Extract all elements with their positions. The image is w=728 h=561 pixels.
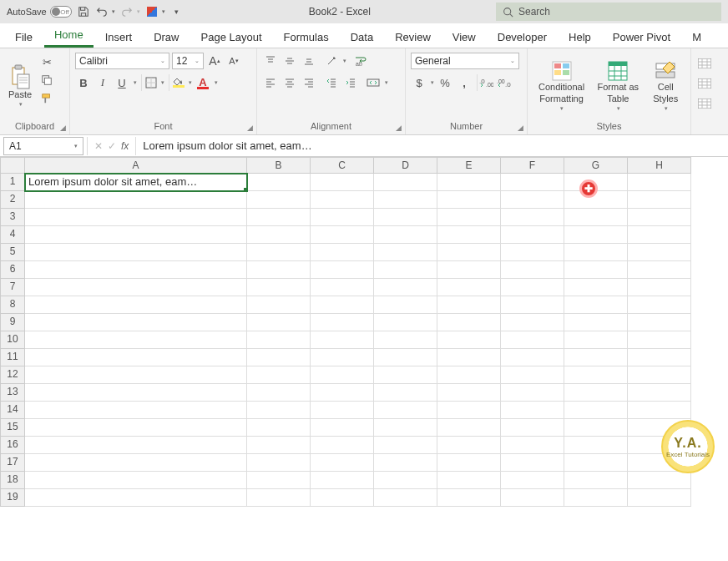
cell[interactable]: [247, 472, 311, 489]
cell[interactable]: [311, 191, 374, 209]
cell[interactable]: [374, 349, 437, 366]
cell[interactable]: [374, 472, 437, 489]
undo-icon[interactable]: [95, 5, 109, 18]
row-header[interactable]: 19: [0, 489, 25, 507]
cell[interactable]: [311, 454, 374, 472]
decrease-font-icon[interactable]: A▾: [225, 53, 242, 69]
cell[interactable]: [501, 279, 564, 296]
cell[interactable]: [628, 472, 691, 489]
cell[interactable]: [437, 349, 501, 366]
column-header[interactable]: C: [311, 157, 374, 174]
cell[interactable]: [437, 279, 501, 296]
cell[interactable]: [311, 226, 374, 244]
cell[interactable]: [564, 402, 628, 419]
font-color-button[interactable]: A: [195, 74, 211, 91]
delete-cells-icon[interactable]: [696, 75, 713, 92]
cell[interactable]: [437, 419, 501, 437]
cell[interactable]: [374, 366, 437, 384]
redo-icon[interactable]: [120, 5, 134, 18]
row-header[interactable]: 16: [0, 437, 25, 454]
cell[interactable]: [247, 261, 311, 279]
cell[interactable]: [564, 384, 628, 402]
cell[interactable]: [564, 419, 628, 437]
paste-button[interactable]: Paste ▾: [5, 52, 35, 121]
cell[interactable]: [628, 209, 691, 226]
cell[interactable]: [25, 279, 247, 296]
cell[interactable]: [437, 174, 501, 191]
cell[interactable]: [374, 279, 437, 296]
cell[interactable]: [628, 174, 691, 191]
cell[interactable]: [501, 331, 564, 349]
cell[interactable]: [311, 437, 374, 454]
row-header[interactable]: 9: [0, 314, 25, 331]
merge-center-icon[interactable]: [365, 74, 382, 91]
row-header[interactable]: 6: [0, 261, 25, 279]
row-header[interactable]: 12: [0, 366, 25, 384]
cell[interactable]: [311, 261, 374, 279]
cell[interactable]: [564, 366, 628, 384]
cell[interactable]: [437, 472, 501, 489]
cell[interactable]: [628, 402, 691, 419]
cell[interactable]: [247, 419, 311, 437]
cell[interactable]: [25, 454, 247, 472]
cell[interactable]: [564, 349, 628, 366]
cell[interactable]: [501, 244, 564, 261]
cell[interactable]: [374, 454, 437, 472]
tab-review[interactable]: Review: [385, 27, 441, 48]
cell[interactable]: [311, 209, 374, 226]
cell[interactable]: [25, 191, 247, 209]
cell[interactable]: [25, 437, 247, 454]
cell[interactable]: [25, 349, 247, 366]
cell[interactable]: [501, 454, 564, 472]
percent-format-icon[interactable]: %: [437, 74, 453, 91]
cell[interactable]: [437, 402, 501, 419]
copy-icon[interactable]: [38, 72, 55, 88]
format-as-table-button[interactable]: Format as Table▾: [594, 52, 642, 121]
cell[interactable]: [501, 349, 564, 366]
number-format-select[interactable]: General⌄: [411, 53, 519, 69]
cell[interactable]: [311, 472, 374, 489]
format-cells-icon[interactable]: [696, 95, 713, 112]
cut-icon[interactable]: ✂: [38, 53, 55, 70]
cell[interactable]: [501, 209, 564, 226]
font-launcher[interactable]: ◢: [245, 123, 255, 133]
align-center-icon[interactable]: [281, 74, 298, 91]
cell[interactable]: [247, 244, 311, 261]
name-box[interactable]: A1▾: [3, 137, 83, 155]
column-header[interactable]: F: [501, 157, 564, 174]
cell[interactable]: [25, 296, 247, 314]
cell[interactable]: [374, 209, 437, 226]
cell[interactable]: [501, 402, 564, 419]
orientation-icon[interactable]: [323, 53, 340, 69]
cell[interactable]: [247, 384, 311, 402]
row-header[interactable]: 17: [0, 454, 25, 472]
cell[interactable]: [501, 314, 564, 331]
cell[interactable]: [311, 296, 374, 314]
row-header[interactable]: 2: [0, 191, 25, 209]
color-swatch-icon[interactable]: [145, 5, 159, 18]
tab-formulas[interactable]: Formulas: [274, 27, 339, 48]
cell[interactable]: [311, 174, 374, 191]
tab-data[interactable]: Data: [341, 27, 383, 48]
cell[interactable]: [247, 349, 311, 366]
column-header[interactable]: B: [247, 157, 311, 174]
cell[interactable]: [247, 454, 311, 472]
cell[interactable]: [311, 384, 374, 402]
cell[interactable]: [437, 331, 501, 349]
tab-insert[interactable]: Insert: [95, 27, 143, 48]
cell[interactable]: [564, 244, 628, 261]
enter-formula-icon[interactable]: ✓: [108, 140, 116, 152]
cell[interactable]: [437, 489, 501, 507]
tab-draw[interactable]: Draw: [144, 27, 189, 48]
cell[interactable]: [374, 489, 437, 507]
increase-font-icon[interactable]: A▴: [206, 53, 223, 69]
cell[interactable]: [501, 296, 564, 314]
cell[interactable]: [501, 472, 564, 489]
tab-more[interactable]: M: [682, 27, 711, 48]
row-header[interactable]: 8: [0, 296, 25, 314]
cell[interactable]: [628, 366, 691, 384]
row-header[interactable]: 13: [0, 384, 25, 402]
insert-cells-icon[interactable]: [696, 55, 713, 72]
tab-power-pivot[interactable]: Power Pivot: [603, 27, 680, 48]
cell[interactable]: [247, 314, 311, 331]
